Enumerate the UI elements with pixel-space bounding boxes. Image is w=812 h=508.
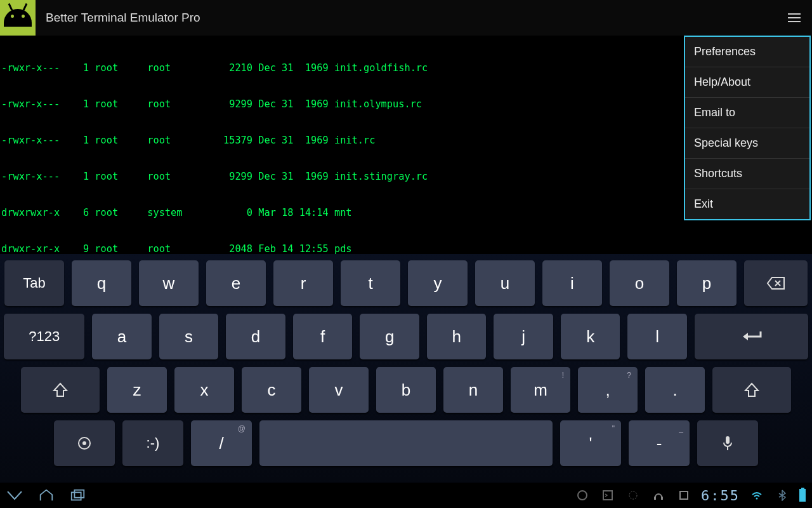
key-e[interactable]: e [206, 260, 266, 306]
shift-icon [743, 382, 760, 398]
nav-recent-button[interactable] [70, 487, 86, 504]
svg-rect-5 [74, 490, 84, 498]
key-enter[interactable] [695, 314, 808, 359]
status-battery-icon [799, 489, 806, 502]
svg-rect-11 [680, 491, 688, 499]
key-backspace[interactable] [744, 260, 808, 306]
key-slash[interactable]: /@ [191, 420, 252, 466]
key-label: m [534, 380, 547, 400]
on-screen-keyboard: Tab q w e r t y u i o p ?123 a s d f g h… [0, 254, 812, 483]
key-sup: _ [679, 424, 683, 433]
backspace-icon [766, 276, 785, 290]
keyboard-row-3: z x c v b n m! ,? . [4, 367, 808, 413]
app-icon [0, 0, 36, 36]
svg-point-1 [82, 441, 86, 445]
key-r[interactable]: r [273, 260, 333, 306]
key-shift-left[interactable] [21, 367, 100, 413]
key-label: ' [589, 434, 593, 453]
status-bluetooth-icon [774, 487, 790, 504]
keyboard-row-1: Tab q w e r t y u i o p [4, 260, 808, 306]
status-clock: 6:55 [701, 488, 740, 504]
key-h[interactable]: h [427, 314, 487, 359]
key-comma[interactable]: ,? [578, 367, 638, 413]
terminal-line: drwxr-xr-x 9 root root 2048 Feb 14 12:55… [1, 243, 812, 254]
key-x[interactable]: x [174, 367, 234, 413]
key-sup: ? [627, 371, 631, 380]
menu-icon [788, 17, 801, 18]
svg-point-8 [629, 491, 637, 499]
title-bar: Better Terminal Emulator Pro [0, 0, 812, 36]
key-q[interactable]: q [72, 260, 131, 306]
key-f[interactable]: f [293, 314, 353, 359]
key-y[interactable]: y [408, 260, 468, 306]
key-w[interactable]: w [139, 260, 199, 306]
key-label: - [657, 434, 662, 453]
key-sup: ! [562, 371, 564, 380]
menu-item-special-keys[interactable]: Special keys [685, 128, 809, 159]
key-space[interactable] [259, 420, 553, 466]
overflow-menu-button[interactable] [783, 6, 806, 29]
nav-back-button[interactable] [6, 487, 23, 504]
key-i[interactable]: i [542, 260, 602, 306]
key-d[interactable]: d [226, 314, 285, 359]
key-sup: " [612, 424, 615, 433]
keyboard-row-2: ?123 a s d f g h j k l [4, 314, 808, 359]
app-title: Better Terminal Emulator Pro [46, 11, 200, 25]
status-sync-icon [625, 487, 641, 504]
key-symbols[interactable]: ?123 [4, 314, 84, 359]
svg-point-6 [578, 491, 587, 500]
key-u[interactable]: u [475, 260, 535, 306]
key-v[interactable]: v [309, 367, 369, 413]
mic-icon [721, 435, 734, 451]
key-l[interactable]: l [627, 314, 687, 359]
key-tab[interactable]: Tab [4, 260, 64, 306]
key-g[interactable]: g [360, 314, 419, 359]
svg-rect-4 [72, 492, 81, 500]
key-k[interactable]: k [561, 314, 620, 359]
key-z[interactable]: z [107, 367, 167, 413]
menu-item-shortcuts[interactable]: Shortcuts [685, 159, 809, 189]
key-dash[interactable]: -_ [629, 420, 690, 466]
key-period[interactable]: . [645, 367, 705, 413]
key-o[interactable]: o [610, 260, 669, 306]
svg-rect-10 [661, 497, 663, 500]
key-label: , [605, 380, 610, 400]
svg-point-12 [756, 498, 758, 500]
key-label: / [219, 434, 223, 453]
overflow-menu: Preferences Help/About Email to Special … [684, 36, 811, 220]
key-emoji[interactable]: :-) [122, 420, 183, 466]
key-m[interactable]: m! [511, 367, 570, 413]
menu-item-email-to[interactable]: Email to [685, 98, 809, 128]
shift-icon [52, 382, 69, 398]
menu-item-exit[interactable]: Exit [685, 189, 809, 219]
keyboard-row-4: :-) /@ '" -_ [4, 420, 808, 466]
status-headphones-icon [650, 487, 667, 504]
enter-icon [739, 330, 763, 343]
status-android-icon [574, 487, 591, 504]
target-icon [76, 435, 93, 451]
android-icon [4, 9, 32, 27]
key-settings[interactable] [54, 420, 115, 466]
key-sup: @ [238, 424, 246, 433]
svg-rect-2 [726, 436, 730, 444]
menu-item-help-about[interactable]: Help/About [685, 67, 809, 98]
key-b[interactable]: b [376, 367, 436, 413]
key-shift-right[interactable] [712, 367, 791, 413]
key-a[interactable]: a [92, 314, 152, 359]
key-j[interactable]: j [494, 314, 553, 359]
system-nav-bar: 6:55 [0, 483, 812, 508]
key-p[interactable]: p [677, 260, 737, 306]
key-voice[interactable] [697, 420, 758, 466]
key-c[interactable]: c [242, 367, 301, 413]
key-n[interactable]: n [443, 367, 503, 413]
svg-rect-9 [654, 497, 656, 500]
status-download-icon [676, 487, 692, 504]
status-terminal-icon [599, 487, 616, 504]
key-t[interactable]: t [341, 260, 400, 306]
status-wifi-icon [749, 487, 765, 504]
nav-home-button[interactable] [38, 487, 55, 504]
menu-item-preferences[interactable]: Preferences [685, 37, 809, 67]
key-apostrophe[interactable]: '" [560, 420, 621, 466]
key-s[interactable]: s [159, 314, 219, 359]
